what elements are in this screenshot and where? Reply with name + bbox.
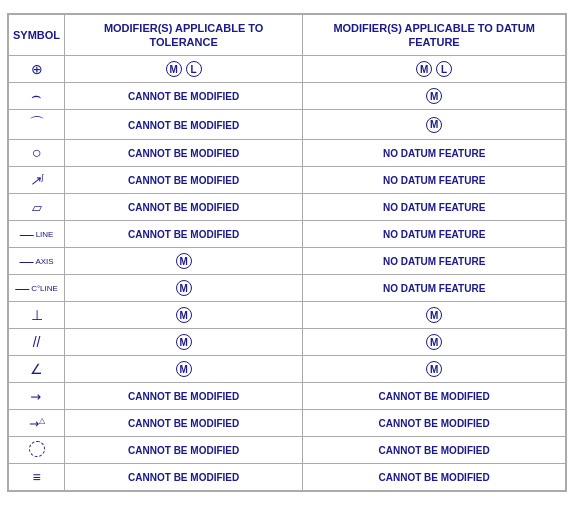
table-row-datum-4: NO DATUM FEATURE xyxy=(303,167,566,194)
table-row-datum-1: M xyxy=(303,83,566,110)
table-row-tolerance-0: ML xyxy=(65,56,303,83)
table-row-symbol-8: —C°LINE xyxy=(9,275,65,302)
table-row-datum-5: NO DATUM FEATURE xyxy=(303,194,566,221)
table-row-datum-7: NO DATUM FEATURE xyxy=(303,248,566,275)
header-symbol: SYMBOL xyxy=(9,14,65,56)
table-row-tolerance-7: M xyxy=(65,248,303,275)
table-row-symbol-15: ≡ xyxy=(9,464,65,491)
table-row-datum-0: ML xyxy=(303,56,566,83)
table-row-datum-9: M xyxy=(303,302,566,329)
table-row-datum-12: CANNOT BE MODIFIED xyxy=(303,383,566,410)
table-row-datum-11: M xyxy=(303,356,566,383)
table-row-tolerance-14: CANNOT BE MODIFIED xyxy=(65,437,303,464)
table-row-datum-15: CANNOT BE MODIFIED xyxy=(303,464,566,491)
table-row-tolerance-12: CANNOT BE MODIFIED xyxy=(65,383,303,410)
table-row-symbol-13: ↗△ xyxy=(9,410,65,437)
main-table: SYMBOL MODIFIER(S) APPLICABLE TO TOLERAN… xyxy=(7,13,567,493)
table-row-symbol-4: ↗∫ xyxy=(9,167,65,194)
table-row-datum-6: NO DATUM FEATURE xyxy=(303,221,566,248)
table-row-tolerance-9: M xyxy=(65,302,303,329)
table-row-symbol-6: —LINE xyxy=(9,221,65,248)
table-row-symbol-5: ▱ xyxy=(9,194,65,221)
table-row-tolerance-15: CANNOT BE MODIFIED xyxy=(65,464,303,491)
table-row-symbol-14 xyxy=(9,437,65,464)
table-row-symbol-10: // xyxy=(9,329,65,356)
table-row-symbol-1: ⌢ xyxy=(9,83,65,110)
table-row-tolerance-1: CANNOT BE MODIFIED xyxy=(65,83,303,110)
table-row-tolerance-3: CANNOT BE MODIFIED xyxy=(65,140,303,167)
table-row-tolerance-11: M xyxy=(65,356,303,383)
table-row-tolerance-8: M xyxy=(65,275,303,302)
table-row-tolerance-13: CANNOT BE MODIFIED xyxy=(65,410,303,437)
table-row-symbol-7: —AXIS xyxy=(9,248,65,275)
table-row-symbol-3: ○ xyxy=(9,140,65,167)
table-row-tolerance-4: CANNOT BE MODIFIED xyxy=(65,167,303,194)
table-row-symbol-0: ⊕ xyxy=(9,56,65,83)
header-datum: MODIFIER(S) APPLICABLE TO DATUM FEATURE xyxy=(303,14,566,56)
table-row-datum-8: NO DATUM FEATURE xyxy=(303,275,566,302)
table-row-symbol-9: ⊥ xyxy=(9,302,65,329)
table-row-tolerance-6: CANNOT BE MODIFIED xyxy=(65,221,303,248)
header-tolerance: MODIFIER(S) APPLICABLE TO TOLERANCE xyxy=(65,14,303,56)
table-row-symbol-2: ⌒ xyxy=(9,110,65,140)
table-row-datum-2: M xyxy=(303,110,566,140)
table-row-tolerance-5: CANNOT BE MODIFIED xyxy=(65,194,303,221)
table-row-tolerance-10: M xyxy=(65,329,303,356)
table-row-datum-14: CANNOT BE MODIFIED xyxy=(303,437,566,464)
table-row-datum-13: CANNOT BE MODIFIED xyxy=(303,410,566,437)
table-row-symbol-12: ↗ xyxy=(9,383,65,410)
table-row-datum-3: NO DATUM FEATURE xyxy=(303,140,566,167)
table-row-datum-10: M xyxy=(303,329,566,356)
table-row-symbol-11: ∠ xyxy=(9,356,65,383)
table-row-tolerance-2: CANNOT BE MODIFIED xyxy=(65,110,303,140)
